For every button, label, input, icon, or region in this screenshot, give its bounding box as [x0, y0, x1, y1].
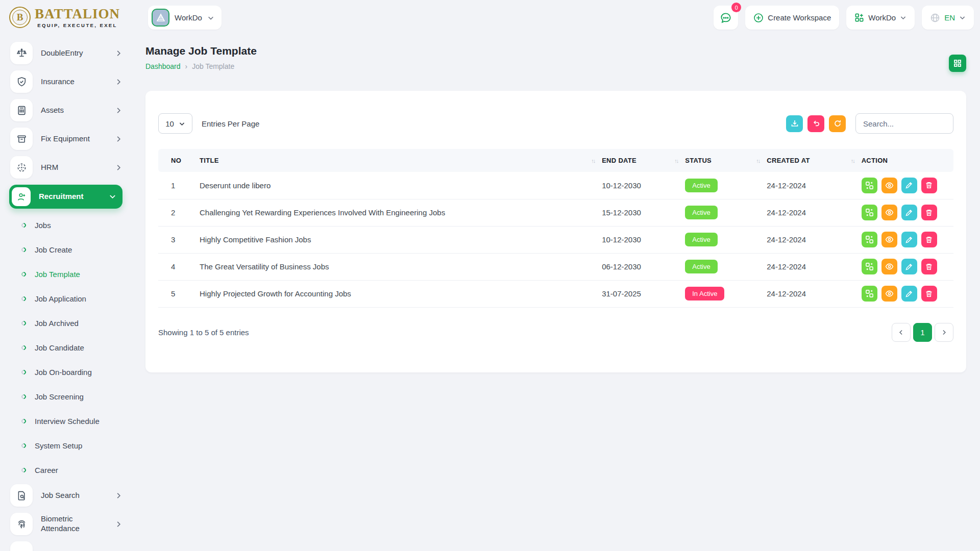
convert-button[interactable]: [862, 232, 877, 247]
refresh-button[interactable]: [829, 115, 846, 132]
layout-grid-button[interactable]: [949, 55, 966, 72]
column-header-end-date[interactable]: END DATE↑↓: [602, 149, 685, 172]
entries-per-page-select[interactable]: 10: [158, 113, 192, 134]
sidebar-subitem-label: Job Archived: [35, 319, 79, 328]
sidebar-item-doubleentry[interactable]: DoubleEntry: [10, 42, 122, 64]
sort-icon[interactable]: ↑↓: [756, 158, 760, 164]
view-button[interactable]: [881, 286, 897, 302]
workspace-selector-label: WorkDo: [175, 13, 202, 22]
sidebar-subitem-interview-schedule[interactable]: Interview Schedule: [0, 409, 130, 433]
eye-icon: [885, 235, 894, 244]
edit-button[interactable]: [901, 259, 917, 274]
topbar: B BATTALION EQUIP, EXECUTE, EXEL WorkDo …: [0, 0, 980, 36]
sort-icon[interactable]: ↑↓: [674, 158, 678, 164]
breadcrumb-dashboard-link[interactable]: Dashboard: [145, 62, 181, 70]
convert-button[interactable]: [862, 178, 877, 193]
sidebar-item-recruitment[interactable]: Recruitment: [9, 185, 122, 209]
chevron-right-icon: [115, 135, 122, 143]
sort-icon[interactable]: ↑↓: [591, 158, 595, 164]
edit-button[interactable]: [901, 232, 917, 247]
messenger-button[interactable]: 0: [714, 6, 738, 30]
cell-title: Challenging Yet Rewarding Experiences In…: [200, 199, 602, 226]
sidebar-subitem-job-template[interactable]: Job Template: [0, 262, 130, 286]
create-workspace-label: Create Workspace: [768, 13, 831, 22]
trash-icon: [925, 181, 933, 189]
sidebar-item-fix-equipment[interactable]: Fix Equipment: [10, 128, 122, 150]
column-header-created-at[interactable]: CREATED AT↑↓: [767, 149, 861, 172]
chat-badge: 0: [731, 3, 741, 12]
sidebar-subitem-job-on-boarding[interactable]: Job On-boarding: [0, 360, 130, 384]
chevron-right-icon: [115, 492, 122, 499]
sidebar-subitem-job-candidate[interactable]: Job Candidate: [0, 335, 130, 360]
sidebar-subitem-job-application[interactable]: Job Application: [0, 286, 130, 311]
sort-icon[interactable]: ↑↓: [851, 158, 854, 164]
sidebar-item-job-search[interactable]: Job Search: [10, 484, 122, 507]
create-workspace-button[interactable]: Create Workspace: [745, 6, 839, 30]
sidebar-subitem-career[interactable]: Career: [0, 458, 130, 482]
view-button[interactable]: [881, 259, 897, 274]
box-icon: [10, 128, 33, 150]
search-input[interactable]: [855, 113, 953, 134]
previous-page-button[interactable]: [892, 323, 911, 342]
delete-button[interactable]: [921, 232, 937, 247]
brand-logo: B BATTALION EQUIP, EXECUTE, EXEL: [9, 7, 120, 28]
entries-per-page-label: Entries Per Page: [202, 119, 259, 128]
sidebar-subitem-job-screening[interactable]: Job Screening: [0, 384, 130, 409]
sidebar-subitem-jobs[interactable]: Jobs: [0, 213, 130, 237]
view-button[interactable]: [881, 205, 897, 220]
sidebar-subitem-label: Job Screening: [35, 392, 84, 401]
undo-button[interactable]: [807, 115, 824, 132]
status-badge: In Active: [685, 287, 724, 300]
language-selector[interactable]: EN: [922, 6, 974, 30]
page-title: Manage Job Template: [145, 45, 257, 57]
delete-button[interactable]: [921, 259, 937, 274]
cell-status: Active: [685, 199, 767, 226]
language-label: EN: [944, 13, 955, 22]
sidebar-subitem-job-create[interactable]: Job Create: [0, 237, 130, 262]
convert-icon: [865, 262, 874, 271]
chevron-down-icon: [900, 14, 906, 21]
convert-icon: [865, 181, 874, 190]
sidebar-item-hrm[interactable]: HRM: [10, 156, 122, 179]
delete-button[interactable]: [921, 286, 937, 302]
workspace-selector[interactable]: WorkDo: [148, 6, 222, 30]
cell-title: Highly Projected Growth for Accounting J…: [200, 280, 602, 307]
scale-icon: [10, 42, 33, 64]
cell-created-at: 24-12-2024: [767, 199, 861, 226]
table-row: 4The Great Versatility of Business Jobs0…: [158, 253, 953, 280]
convert-icon: [865, 289, 874, 298]
sidebar-item-biometric-attendance[interactable]: Biometric Attendance: [10, 513, 122, 535]
edit-button[interactable]: [901, 205, 917, 220]
edit-button[interactable]: [901, 178, 917, 193]
next-page-button[interactable]: [935, 323, 953, 342]
export-button[interactable]: [786, 115, 803, 132]
column-header-title[interactable]: TITLE↑↓: [200, 149, 602, 172]
view-button[interactable]: [881, 178, 897, 193]
delete-button[interactable]: [921, 178, 937, 193]
column-header-status[interactable]: STATUS↑↓: [685, 149, 767, 172]
view-button[interactable]: [881, 232, 897, 247]
convert-button[interactable]: [862, 286, 877, 302]
cell-actions: [862, 226, 953, 253]
chat-icon: [719, 11, 732, 24]
convert-button[interactable]: [862, 205, 877, 220]
bullet-icon: [20, 442, 27, 449]
bullet-icon: [20, 271, 27, 278]
bullet-icon: [20, 418, 27, 424]
status-badge: Active: [685, 233, 717, 246]
sidebar-item-insurance[interactable]: Insurance: [10, 70, 122, 93]
sidebar-subitem-job-archived[interactable]: Job Archived: [0, 311, 130, 335]
sidebar-subitem-system-setup[interactable]: System Setup: [0, 433, 130, 458]
sidebar-item-assets[interactable]: Assets: [10, 99, 122, 121]
workdo-apps-menu[interactable]: WorkDo: [846, 6, 915, 30]
sidebar-item-partial[interactable]: [10, 541, 122, 551]
edit-button[interactable]: [901, 286, 917, 302]
job-template-card: 10 Entries Per Page: [145, 91, 966, 372]
chevron-right-icon: [115, 164, 122, 171]
cell-no: 5: [158, 280, 200, 307]
convert-button[interactable]: [862, 259, 877, 274]
cell-no: 1: [158, 172, 200, 199]
page-1-button[interactable]: 1: [913, 323, 932, 342]
delete-button[interactable]: [921, 205, 937, 220]
pencil-icon: [905, 209, 913, 217]
